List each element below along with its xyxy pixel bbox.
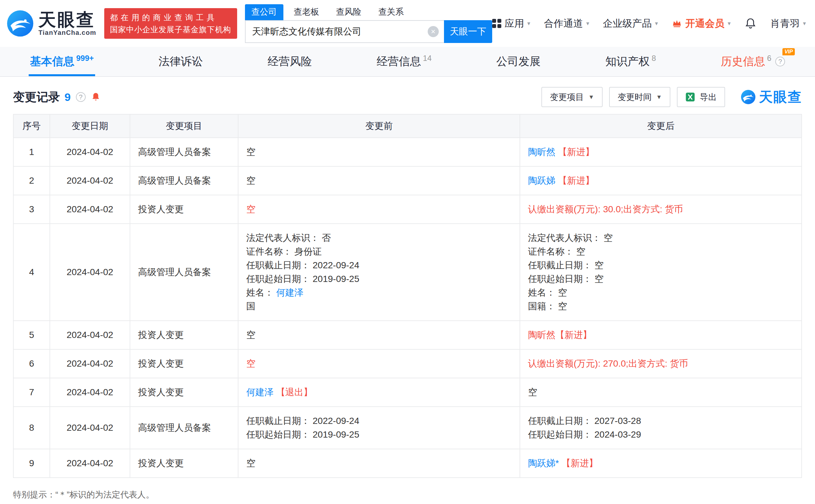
- chevron-down-icon: ▾: [655, 20, 658, 27]
- nav-tab[interactable]: 经营信息14: [375, 47, 433, 76]
- nav-tab-label: 法律诉讼: [159, 54, 203, 69]
- cell-text: 任职起始日期： 2019-09-25: [246, 274, 359, 284]
- brand-domain: TianYanCha.com: [38, 29, 96, 36]
- nav-open-vip[interactable]: 开通会员 ▾: [672, 17, 731, 30]
- item-cell: 高级管理人员备案: [130, 224, 238, 321]
- item-cell: 投资人变更: [130, 449, 238, 478]
- cell-text: 空: [246, 358, 255, 369]
- tianyancha-logo-icon: [7, 10, 34, 37]
- page-title: 变更记录: [13, 89, 60, 105]
- clear-search-icon[interactable]: ×: [428, 26, 439, 37]
- nav-cooperation[interactable]: 合作通道 ▾: [544, 17, 589, 30]
- person-link[interactable]: 何建泽: [276, 287, 303, 298]
- date-cell: 2024-04-02: [50, 378, 130, 407]
- search-input[interactable]: [245, 20, 444, 43]
- watermark-text: 天眼查: [759, 88, 802, 106]
- help-icon[interactable]: ?: [775, 57, 785, 66]
- nav-tab[interactable]: 基本信息999+: [29, 47, 95, 76]
- change-cell: 陶昕然 【新进】: [520, 138, 802, 166]
- filter-change-item-button[interactable]: 变更项目 ▼: [541, 87, 603, 107]
- cell-text: 【新进】: [555, 330, 592, 340]
- seq-cell: 8: [13, 407, 50, 449]
- cell-text: 任职起始日期： 2024-03-29: [528, 429, 641, 440]
- table-row: 92024-04-02投资人变更空陶跃娣* 【新进】: [13, 449, 802, 478]
- cell-text: 任职截止日期： 2022-09-24: [246, 416, 359, 426]
- nav-tab[interactable]: 历史信息6?VIP: [720, 47, 786, 76]
- nav-tab-label: 经营风险: [268, 54, 312, 69]
- user-menu[interactable]: 肖青羽 ▾: [770, 17, 806, 30]
- excel-icon: [685, 92, 695, 102]
- change-cell: 任职截止日期： 2022-09-24任职起始日期： 2019-09-25: [238, 407, 520, 449]
- change-cell: 空: [238, 166, 520, 195]
- crown-icon: [672, 18, 682, 29]
- table-body: 12024-04-02高级管理人员备案空陶昕然 【新进】22024-04-02高…: [13, 138, 802, 478]
- search-button[interactable]: 天眼一下: [444, 20, 492, 43]
- filter-change-time-label: 变更时间: [618, 91, 652, 103]
- date-cell: 2024-04-02: [50, 138, 130, 166]
- nav-tab[interactable]: 公司发展: [495, 47, 542, 76]
- help-icon[interactable]: ?: [76, 92, 86, 102]
- brand-logo[interactable]: 天眼查 TianYanCha.com: [7, 10, 96, 37]
- person-link[interactable]: 陶跃娣*: [528, 458, 562, 468]
- nav-tab[interactable]: 法律诉讼: [157, 47, 204, 76]
- search-tab[interactable]: 查公司: [245, 4, 283, 20]
- search-tab[interactable]: 查老板: [287, 4, 326, 20]
- change-cell: 空: [520, 378, 802, 407]
- username: 肖青羽: [770, 17, 800, 30]
- table-row: 32024-04-02投资人变更空认缴出资额(万元): 30.0;出资方式: 货…: [13, 195, 802, 224]
- person-link[interactable]: 何建泽: [246, 387, 276, 397]
- date-cell: 2024-04-02: [50, 449, 130, 478]
- item-cell: 高级管理人员备案: [130, 407, 238, 449]
- chevron-down-icon: ▾: [803, 20, 806, 27]
- change-cell: 空: [238, 449, 520, 478]
- change-cell: 陶昕然【新进】: [520, 321, 802, 349]
- person-link[interactable]: 陶跃娣: [528, 175, 558, 186]
- bell-icon: [744, 17, 757, 30]
- table-row: 62024-04-02投资人变更空认缴出资额(万元): 270.0;出资方式: …: [13, 349, 802, 378]
- export-button[interactable]: 导出: [677, 87, 725, 107]
- seq-cell: 7: [13, 378, 50, 407]
- slogan-line1: 都在用的商业查询工具: [110, 11, 231, 23]
- nav-tab[interactable]: 知识产权8: [604, 47, 657, 76]
- seq-cell: 1: [13, 138, 50, 166]
- person-link[interactable]: 陶昕然: [528, 147, 558, 157]
- nav-apps[interactable]: 应用 ▾: [492, 17, 530, 30]
- chevron-down-icon: ▾: [586, 20, 589, 27]
- cell-text: 空: [528, 387, 537, 397]
- change-cell: 法定代表人标识： 空证件名称： 空任职截止日期： 空任职起始日期： 空姓名： 空…: [520, 224, 802, 321]
- column-header: 序号: [13, 114, 50, 138]
- search-area: 查公司查老板查风险查关系 × 天眼一下: [245, 4, 492, 43]
- nav-tab[interactable]: 经营风险: [266, 47, 313, 76]
- cell-text: 任职起始日期： 2019-09-25: [246, 429, 359, 440]
- cell-text: 陶昕然: [528, 330, 555, 340]
- brand-slogan-badge: 都在用的商业查询工具 国家中小企业发展子基金旗下机构: [104, 8, 237, 39]
- search-tab[interactable]: 查关系: [372, 4, 411, 20]
- vip-badge: VIP: [782, 48, 795, 55]
- filter-change-time-button[interactable]: 变更时间 ▼: [609, 87, 670, 107]
- seq-cell: 5: [13, 321, 50, 349]
- search-tab[interactable]: 查风险: [330, 4, 368, 20]
- section-tabs: 基本信息999+法律诉讼经营风险经营信息14公司发展知识产权8历史信息6?VIP: [0, 47, 815, 77]
- nav-cooperation-label: 合作通道: [544, 17, 583, 30]
- nav-apps-label: 应用: [505, 17, 524, 30]
- nav-tab-count: 8: [652, 54, 656, 63]
- date-cell: 2024-04-02: [50, 407, 130, 449]
- cell-text: 空: [246, 175, 255, 186]
- nav-tab-label: 历史信息: [721, 54, 765, 69]
- change-cell: 任职截止日期： 2027-03-28任职起始日期： 2024-03-29: [520, 407, 802, 449]
- section-header: 变更记录 9 ? 变更项目 ▼ 变更时间 ▼: [13, 85, 802, 109]
- search-type-tabs: 查公司查老板查风险查关系: [245, 4, 492, 20]
- chevron-down-icon: ▼: [656, 94, 662, 101]
- seq-cell: 9: [13, 449, 50, 478]
- export-label: 导出: [700, 91, 717, 103]
- nav-tab-label: 基本信息: [30, 54, 74, 69]
- monitor-bell-icon[interactable]: [91, 92, 101, 102]
- item-cell: 投资人变更: [130, 349, 238, 378]
- cell-text: 【退出】: [276, 387, 313, 397]
- chevron-down-icon: ▼: [588, 94, 594, 101]
- notifications-bell[interactable]: [744, 17, 757, 30]
- nav-enterprise[interactable]: 企业级产品 ▾: [603, 17, 658, 30]
- nav-tab-label: 知识产权: [606, 54, 650, 69]
- cell-text: 认缴出资额(万元): 30.0;出资方式: 货币: [528, 204, 683, 214]
- table-row: 12024-04-02高级管理人员备案空陶昕然 【新进】: [13, 138, 802, 166]
